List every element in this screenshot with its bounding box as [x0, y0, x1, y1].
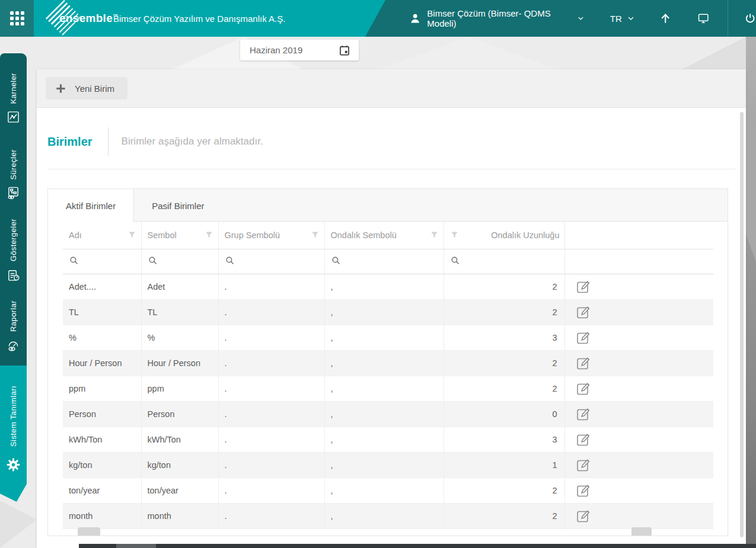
edit-icon: [576, 508, 591, 524]
edit-row-button[interactable]: [576, 457, 591, 473]
sidebar-item-label: Süreçler: [9, 149, 18, 180]
column-header[interactable]: Grup Sembolü: [218, 222, 324, 249]
table-cell: ppm: [63, 376, 141, 401]
edit-row-button[interactable]: [576, 305, 591, 320]
language-selector[interactable]: TR: [610, 14, 636, 24]
table-cell: .: [218, 452, 324, 478]
units-tabstrip: Aktif BirimlerPasif Birimler: [48, 189, 728, 222]
edit-icon: [576, 355, 591, 371]
table-cell: ,: [324, 478, 444, 503]
gauge-eye-icon: [7, 338, 20, 354]
background-polygon: [682, 37, 746, 69]
sidebar-item-karneler[interactable]: Karneler: [0, 62, 27, 137]
search-icon: [331, 255, 341, 265]
account-menu[interactable]: Bimser Çözüm (Bimser- QDMS Modeli): [409, 8, 585, 28]
tab-pasif-birimler[interactable]: Pasif Birimler: [134, 189, 222, 222]
ensemble-logo[interactable]: ensemble™: [46, 0, 118, 37]
edit-icon: [576, 406, 591, 422]
edit-row-button[interactable]: [576, 432, 591, 447]
background-polygon: [0, 501, 37, 548]
sidebar-item-raporlar[interactable]: Raporlar: [0, 290, 27, 366]
table-cell: Hour / Person: [63, 350, 141, 376]
edit-row-button[interactable]: [576, 406, 591, 422]
edit-row-button[interactable]: [576, 508, 591, 524]
table-row: ton/yearton/year.,2: [63, 478, 713, 503]
row-actions-cell: [564, 325, 713, 350]
horizontal-scrollbar-thumb[interactable]: [116, 544, 156, 548]
card-toolbar: Yeni Birim: [37, 69, 746, 108]
edit-row-button[interactable]: [576, 483, 591, 498]
edit-icon: [576, 381, 591, 396]
filter-icon[interactable]: [311, 230, 320, 239]
column-search-input[interactable]: [324, 249, 444, 274]
column-search-input[interactable]: [63, 249, 141, 274]
header-right-section: Bimser Çözüm (Bimser- QDMS Modeli) TR: [365, 0, 756, 37]
table-cell: .: [218, 350, 324, 376]
column-header[interactable]: Ondalık Uzunluğu: [444, 222, 564, 249]
column-header[interactable]: Adı: [63, 222, 141, 249]
table-row: PersonPerson.,0: [63, 401, 713, 427]
upload-icon[interactable]: [659, 12, 671, 25]
table-cell: Hour / Person: [141, 350, 218, 376]
date-picker-value: Haziran 2019: [250, 45, 339, 55]
edit-row-button[interactable]: [576, 330, 591, 345]
column-header[interactable]: Sembol: [141, 222, 218, 249]
column-search-input[interactable]: [444, 249, 564, 274]
table-cell: Person: [141, 401, 218, 427]
period-date-picker[interactable]: Haziran 2019: [240, 40, 359, 60]
table-cell: ppm: [141, 376, 218, 401]
column-search-input[interactable]: [218, 249, 324, 274]
table-cell: 2: [444, 299, 564, 325]
monitor-icon[interactable]: [697, 12, 709, 25]
row-actions-cell: [564, 452, 713, 478]
background-polygon: [379, 37, 557, 69]
table-cell: Person: [63, 401, 141, 427]
table-cell: ,: [324, 299, 444, 325]
pager-prev-button[interactable]: [78, 527, 100, 536]
edit-row-button[interactable]: [576, 279, 591, 294]
sidebar-item-s-re-ler[interactable]: Süreçler: [0, 137, 27, 213]
new-unit-button[interactable]: Yeni Birim: [46, 77, 127, 100]
logo-text: ensemble™: [59, 12, 118, 25]
units-table: AdıSembolGrup SembolüOndalık SembolüOnda…: [63, 222, 713, 529]
table-cell: ,: [324, 401, 444, 427]
search-icon: [69, 255, 79, 265]
table-cell: 2: [444, 478, 564, 503]
table-cell: TL: [141, 299, 218, 325]
row-actions-cell: [564, 401, 713, 427]
background-right-edge: [746, 37, 756, 548]
chevron-down-icon: [626, 14, 636, 23]
edit-icon: [576, 432, 591, 447]
row-actions-cell: [564, 274, 713, 299]
horizontal-scrollbar[interactable]: [79, 544, 756, 548]
column-header[interactable]: Ondalık Sembolü: [324, 222, 444, 249]
edit-row-button[interactable]: [576, 381, 591, 396]
table-cell: Adet: [141, 274, 218, 299]
table-row: kWh/TonkWh/Ton.,3: [63, 427, 713, 452]
filter-icon[interactable]: [205, 230, 213, 239]
power-icon[interactable]: [744, 12, 756, 25]
edit-row-button[interactable]: [576, 355, 591, 371]
user-icon: [409, 12, 421, 25]
filter-icon[interactable]: [450, 230, 459, 239]
clipboard-gauge-icon: [7, 268, 20, 284]
edit-icon: [576, 279, 591, 294]
pager-next-button[interactable]: [631, 527, 652, 536]
column-search-input[interactable]: [141, 249, 218, 274]
table-cell: ,: [324, 503, 444, 528]
filter-icon[interactable]: [430, 230, 439, 239]
tab-aktif-birimler[interactable]: Aktif Birimler: [48, 189, 134, 222]
sidebar-item-sistem-tanimlari[interactable]: Sistem Tanımları: [0, 366, 27, 502]
table-row: %%.,3: [63, 325, 713, 350]
card-vertical-scrollbar[interactable]: [740, 112, 744, 537]
chevron-down-icon: [576, 14, 585, 23]
calendar-icon[interactable]: [339, 44, 350, 56]
filter-icon[interactable]: [127, 230, 136, 239]
app-launcher-button[interactable]: [0, 0, 34, 37]
sidebar-item-g-stergeler[interactable]: Göstergeler: [0, 214, 27, 290]
table-row: Adet....Adet.,2: [63, 274, 713, 299]
table-cell: .: [218, 299, 324, 325]
row-actions-cell: [564, 299, 713, 325]
new-unit-button-label: Yeni Birim: [75, 84, 114, 94]
language-label: TR: [610, 14, 622, 24]
